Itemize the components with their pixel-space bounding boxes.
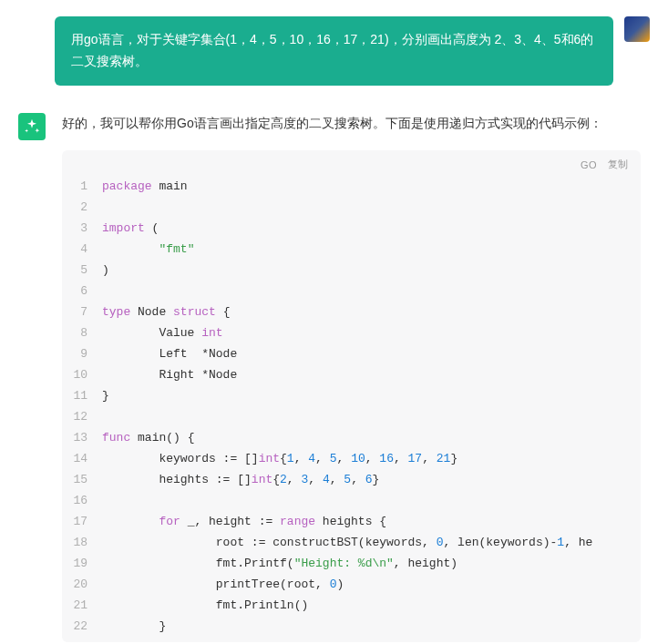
user-message-text: 用go语言，对于关键字集合(1，4，5，10，16，17，21)，分别画出高度为… [71,32,593,68]
assistant-avatar[interactable] [18,113,46,140]
user-avatar[interactable] [624,16,650,42]
assistant-message-row: 好的，我可以帮你用Go语言画出指定高度的二叉搜索树。下面是使用递归方式实现的代码… [0,113,668,643]
assistant-content: 好的，我可以帮你用Go语言画出指定高度的二叉搜索树。下面是使用递归方式实现的代码… [62,113,650,643]
copy-button[interactable]: 复制 [608,158,628,171]
line-number-gutter: 12345678910111213141516171819202122 [62,176,102,637]
sparkle-icon [23,118,41,136]
code-body[interactable]: 12345678910111213141516171819202122 pack… [62,150,641,642]
chat-container: 用go语言，对于关键字集合(1，4，5，10，16，17，21)，分别画出高度为… [0,0,668,644]
user-message-row: 用go语言，对于关键字集合(1，4，5，10，16，17，21)，分别画出高度为… [0,16,668,86]
code-language-label: GO [581,159,597,170]
assistant-intro-text: 好的，我可以帮你用Go语言画出指定高度的二叉搜索树。下面是使用递归方式实现的代码… [62,113,641,135]
user-message-bubble: 用go语言，对于关键字集合(1，4，5，10，16，17，21)，分别画出高度为… [55,16,613,86]
code-content[interactable]: package main import ( "fmt") type Node s… [102,176,641,637]
code-block: GO 复制 1234567891011121314151617181920212… [62,150,641,642]
code-header: GO 复制 [581,158,628,171]
